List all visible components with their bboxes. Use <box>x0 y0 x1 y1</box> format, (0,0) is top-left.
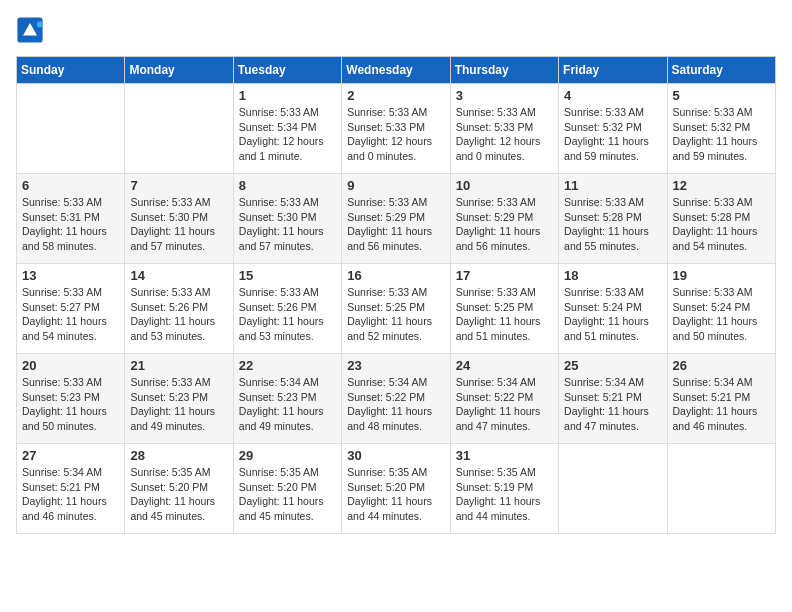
calendar-cell: 15Sunrise: 5:33 AM Sunset: 5:26 PM Dayli… <box>233 264 341 354</box>
day-number: 2 <box>347 88 444 103</box>
calendar-cell: 14Sunrise: 5:33 AM Sunset: 5:26 PM Dayli… <box>125 264 233 354</box>
calendar-week-4: 20Sunrise: 5:33 AM Sunset: 5:23 PM Dayli… <box>17 354 776 444</box>
calendar-body: 1Sunrise: 5:33 AM Sunset: 5:34 PM Daylig… <box>17 84 776 534</box>
day-number: 8 <box>239 178 336 193</box>
calendar-cell: 20Sunrise: 5:33 AM Sunset: 5:23 PM Dayli… <box>17 354 125 444</box>
calendar-cell: 4Sunrise: 5:33 AM Sunset: 5:32 PM Daylig… <box>559 84 667 174</box>
calendar-cell: 7Sunrise: 5:33 AM Sunset: 5:30 PM Daylig… <box>125 174 233 264</box>
day-number: 5 <box>673 88 770 103</box>
calendar-cell <box>559 444 667 534</box>
day-number: 6 <box>22 178 119 193</box>
day-number: 7 <box>130 178 227 193</box>
calendar-cell: 13Sunrise: 5:33 AM Sunset: 5:27 PM Dayli… <box>17 264 125 354</box>
day-info: Sunrise: 5:33 AM Sunset: 5:24 PM Dayligh… <box>673 285 770 344</box>
day-number: 18 <box>564 268 661 283</box>
calendar-cell: 23Sunrise: 5:34 AM Sunset: 5:22 PM Dayli… <box>342 354 450 444</box>
day-number: 31 <box>456 448 553 463</box>
calendar-cell: 5Sunrise: 5:33 AM Sunset: 5:32 PM Daylig… <box>667 84 775 174</box>
logo-icon <box>16 16 44 44</box>
calendar-cell: 8Sunrise: 5:33 AM Sunset: 5:30 PM Daylig… <box>233 174 341 264</box>
day-number: 9 <box>347 178 444 193</box>
day-info: Sunrise: 5:33 AM Sunset: 5:31 PM Dayligh… <box>22 195 119 254</box>
day-number: 27 <box>22 448 119 463</box>
calendar-cell: 31Sunrise: 5:35 AM Sunset: 5:19 PM Dayli… <box>450 444 558 534</box>
calendar-cell: 11Sunrise: 5:33 AM Sunset: 5:28 PM Dayli… <box>559 174 667 264</box>
day-header-friday: Friday <box>559 57 667 84</box>
day-info: Sunrise: 5:33 AM Sunset: 5:23 PM Dayligh… <box>130 375 227 434</box>
day-info: Sunrise: 5:33 AM Sunset: 5:25 PM Dayligh… <box>456 285 553 344</box>
day-header-thursday: Thursday <box>450 57 558 84</box>
day-info: Sunrise: 5:33 AM Sunset: 5:24 PM Dayligh… <box>564 285 661 344</box>
day-number: 29 <box>239 448 336 463</box>
calendar-cell: 27Sunrise: 5:34 AM Sunset: 5:21 PM Dayli… <box>17 444 125 534</box>
day-number: 21 <box>130 358 227 373</box>
day-info: Sunrise: 5:34 AM Sunset: 5:21 PM Dayligh… <box>673 375 770 434</box>
day-number: 3 <box>456 88 553 103</box>
day-info: Sunrise: 5:33 AM Sunset: 5:30 PM Dayligh… <box>239 195 336 254</box>
day-info: Sunrise: 5:33 AM Sunset: 5:30 PM Dayligh… <box>130 195 227 254</box>
day-number: 30 <box>347 448 444 463</box>
calendar-cell: 18Sunrise: 5:33 AM Sunset: 5:24 PM Dayli… <box>559 264 667 354</box>
day-number: 24 <box>456 358 553 373</box>
day-info: Sunrise: 5:33 AM Sunset: 5:26 PM Dayligh… <box>239 285 336 344</box>
day-info: Sunrise: 5:35 AM Sunset: 5:20 PM Dayligh… <box>130 465 227 524</box>
day-info: Sunrise: 5:35 AM Sunset: 5:20 PM Dayligh… <box>239 465 336 524</box>
svg-rect-2 <box>37 22 43 28</box>
day-info: Sunrise: 5:33 AM Sunset: 5:32 PM Dayligh… <box>673 105 770 164</box>
day-header-monday: Monday <box>125 57 233 84</box>
calendar-header-row: SundayMondayTuesdayWednesdayThursdayFrid… <box>17 57 776 84</box>
day-number: 25 <box>564 358 661 373</box>
day-number: 4 <box>564 88 661 103</box>
calendar-cell <box>17 84 125 174</box>
day-header-wednesday: Wednesday <box>342 57 450 84</box>
day-number: 22 <box>239 358 336 373</box>
day-info: Sunrise: 5:35 AM Sunset: 5:20 PM Dayligh… <box>347 465 444 524</box>
day-number: 15 <box>239 268 336 283</box>
day-number: 28 <box>130 448 227 463</box>
day-header-tuesday: Tuesday <box>233 57 341 84</box>
day-number: 13 <box>22 268 119 283</box>
day-info: Sunrise: 5:33 AM Sunset: 5:34 PM Dayligh… <box>239 105 336 164</box>
day-info: Sunrise: 5:34 AM Sunset: 5:23 PM Dayligh… <box>239 375 336 434</box>
day-info: Sunrise: 5:34 AM Sunset: 5:21 PM Dayligh… <box>22 465 119 524</box>
calendar-cell: 24Sunrise: 5:34 AM Sunset: 5:22 PM Dayli… <box>450 354 558 444</box>
page-header <box>16 16 776 44</box>
day-info: Sunrise: 5:33 AM Sunset: 5:29 PM Dayligh… <box>456 195 553 254</box>
day-number: 10 <box>456 178 553 193</box>
day-number: 26 <box>673 358 770 373</box>
day-header-sunday: Sunday <box>17 57 125 84</box>
calendar-cell <box>667 444 775 534</box>
day-info: Sunrise: 5:33 AM Sunset: 5:25 PM Dayligh… <box>347 285 444 344</box>
calendar-cell: 17Sunrise: 5:33 AM Sunset: 5:25 PM Dayli… <box>450 264 558 354</box>
day-number: 14 <box>130 268 227 283</box>
day-info: Sunrise: 5:33 AM Sunset: 5:28 PM Dayligh… <box>564 195 661 254</box>
calendar-cell: 6Sunrise: 5:33 AM Sunset: 5:31 PM Daylig… <box>17 174 125 264</box>
day-header-saturday: Saturday <box>667 57 775 84</box>
calendar-cell: 16Sunrise: 5:33 AM Sunset: 5:25 PM Dayli… <box>342 264 450 354</box>
day-info: Sunrise: 5:33 AM Sunset: 5:33 PM Dayligh… <box>347 105 444 164</box>
day-info: Sunrise: 5:34 AM Sunset: 5:21 PM Dayligh… <box>564 375 661 434</box>
day-number: 19 <box>673 268 770 283</box>
day-info: Sunrise: 5:34 AM Sunset: 5:22 PM Dayligh… <box>347 375 444 434</box>
calendar-cell: 21Sunrise: 5:33 AM Sunset: 5:23 PM Dayli… <box>125 354 233 444</box>
day-info: Sunrise: 5:33 AM Sunset: 5:27 PM Dayligh… <box>22 285 119 344</box>
day-info: Sunrise: 5:33 AM Sunset: 5:26 PM Dayligh… <box>130 285 227 344</box>
calendar-cell: 26Sunrise: 5:34 AM Sunset: 5:21 PM Dayli… <box>667 354 775 444</box>
day-number: 11 <box>564 178 661 193</box>
day-info: Sunrise: 5:33 AM Sunset: 5:32 PM Dayligh… <box>564 105 661 164</box>
calendar-cell <box>125 84 233 174</box>
calendar-cell: 30Sunrise: 5:35 AM Sunset: 5:20 PM Dayli… <box>342 444 450 534</box>
day-number: 12 <box>673 178 770 193</box>
day-info: Sunrise: 5:33 AM Sunset: 5:29 PM Dayligh… <box>347 195 444 254</box>
calendar-cell: 2Sunrise: 5:33 AM Sunset: 5:33 PM Daylig… <box>342 84 450 174</box>
day-number: 16 <box>347 268 444 283</box>
day-number: 1 <box>239 88 336 103</box>
day-info: Sunrise: 5:35 AM Sunset: 5:19 PM Dayligh… <box>456 465 553 524</box>
calendar-week-1: 1Sunrise: 5:33 AM Sunset: 5:34 PM Daylig… <box>17 84 776 174</box>
calendar-table: SundayMondayTuesdayWednesdayThursdayFrid… <box>16 56 776 534</box>
day-number: 20 <box>22 358 119 373</box>
day-info: Sunrise: 5:33 AM Sunset: 5:23 PM Dayligh… <box>22 375 119 434</box>
calendar-cell: 1Sunrise: 5:33 AM Sunset: 5:34 PM Daylig… <box>233 84 341 174</box>
calendar-week-5: 27Sunrise: 5:34 AM Sunset: 5:21 PM Dayli… <box>17 444 776 534</box>
day-info: Sunrise: 5:34 AM Sunset: 5:22 PM Dayligh… <box>456 375 553 434</box>
